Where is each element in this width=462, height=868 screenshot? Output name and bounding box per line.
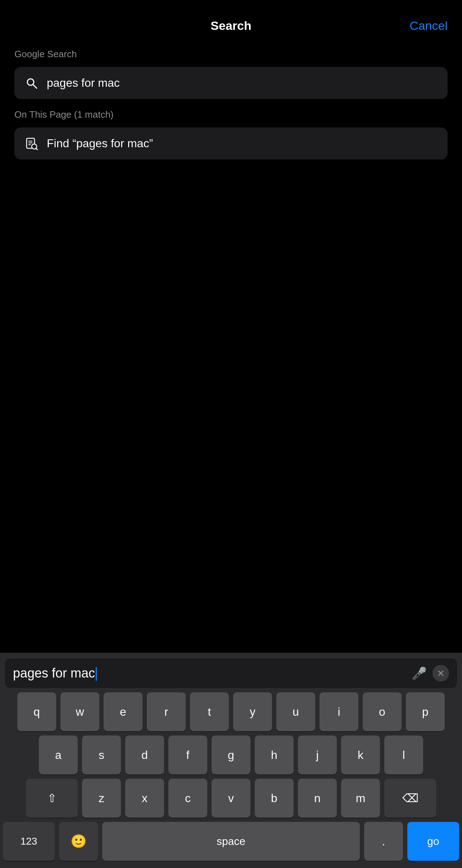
- key-g[interactable]: g: [212, 736, 250, 774]
- text-cursor: [96, 667, 97, 681]
- key-w[interactable]: w: [60, 692, 99, 731]
- key-row-1: q w e r t y u i o p: [3, 692, 459, 731]
- keyboard-rows: q w e r t y u i o p a s d f g h j k l ⇧ …: [0, 692, 462, 868]
- mic-icon[interactable]: 🎤: [412, 666, 427, 680]
- key-z[interactable]: z: [82, 779, 121, 818]
- google-search-label: Google Search: [14, 49, 448, 60]
- key-k[interactable]: k: [341, 736, 380, 774]
- key-v[interactable]: v: [212, 779, 250, 818]
- keyboard-input-text: pages for mac: [13, 666, 406, 681]
- key-u[interactable]: u: [276, 692, 315, 731]
- key-f[interactable]: f: [168, 736, 207, 774]
- key-t[interactable]: t: [190, 692, 229, 731]
- shift-key[interactable]: ⇧: [26, 779, 78, 818]
- key-row-4: 123 🙂 space . go: [3, 822, 459, 861]
- find-on-page-result[interactable]: Find “pages for mac”: [14, 127, 448, 159]
- svg-line-1: [33, 85, 37, 88]
- key-b[interactable]: b: [255, 779, 294, 818]
- key-y[interactable]: y: [233, 692, 272, 731]
- page-title: Search: [210, 19, 251, 33]
- key-p[interactable]: p: [406, 692, 445, 731]
- google-search-query: pages for mac: [47, 76, 120, 90]
- key-s[interactable]: s: [82, 736, 121, 774]
- find-on-page-query: Find “pages for mac”: [47, 137, 153, 150]
- key-d[interactable]: d: [125, 736, 164, 774]
- key-x[interactable]: x: [125, 779, 164, 818]
- search-header: Search Cancel: [0, 0, 462, 41]
- period-key[interactable]: .: [364, 822, 403, 861]
- key-h[interactable]: h: [255, 736, 294, 774]
- search-content: Google Search pages for mac On This Page…: [0, 41, 462, 653]
- cancel-button[interactable]: Cancel: [409, 19, 448, 33]
- svg-line-4: [36, 148, 37, 150]
- key-j[interactable]: j: [298, 736, 337, 774]
- clear-button[interactable]: [432, 665, 449, 682]
- keyboard-area: pages for mac 🎤 q w e r t y u i o p a s: [0, 653, 462, 868]
- emoji-key[interactable]: 🙂: [59, 822, 98, 861]
- key-c[interactable]: c: [168, 779, 207, 818]
- find-icon: [25, 137, 38, 150]
- key-q[interactable]: q: [17, 692, 56, 731]
- key-i[interactable]: i: [320, 692, 358, 731]
- key-row-3: ⇧ z x c v b n m ⌫: [3, 779, 459, 818]
- space-key[interactable]: space: [102, 822, 360, 861]
- key-row-2: a s d f g h j k l: [3, 736, 459, 774]
- go-key[interactable]: go: [407, 822, 459, 861]
- delete-key[interactable]: ⌫: [384, 779, 436, 818]
- key-n[interactable]: n: [298, 779, 337, 818]
- google-search-result[interactable]: pages for mac: [14, 67, 448, 99]
- on-this-page-label: On This Page (1 match): [14, 109, 448, 120]
- key-e[interactable]: e: [104, 692, 142, 731]
- key-l[interactable]: l: [384, 736, 423, 774]
- num-key[interactable]: 123: [3, 822, 55, 861]
- key-o[interactable]: o: [363, 692, 402, 731]
- key-a[interactable]: a: [39, 736, 78, 774]
- search-icon: [25, 77, 38, 90]
- key-m[interactable]: m: [341, 779, 380, 818]
- keyboard-input-bar[interactable]: pages for mac 🎤: [5, 658, 457, 688]
- key-r[interactable]: r: [147, 692, 186, 731]
